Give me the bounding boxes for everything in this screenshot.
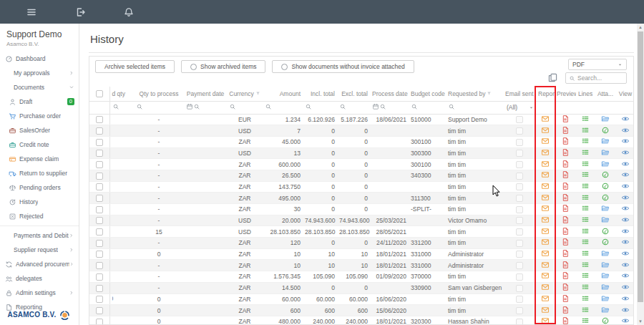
envelope-icon[interactable] xyxy=(541,271,550,280)
sidebar-item-history[interactable]: History xyxy=(0,195,79,209)
pdf-file-icon[interactable] xyxy=(561,227,570,236)
eye-icon[interactable] xyxy=(621,115,630,123)
email-sent-checkbox[interactable] xyxy=(516,285,523,292)
email-sent-checkbox[interactable] xyxy=(516,262,523,269)
envelope-icon[interactable] xyxy=(541,160,550,168)
eye-icon[interactable] xyxy=(621,148,630,157)
table-row[interactable]: 0ZAR60060060015/06/2020tim tim xyxy=(89,305,634,316)
column-header-email_sent[interactable]: Email sent xyxy=(503,87,536,101)
eye-icon[interactable] xyxy=(621,271,630,280)
pdf-file-icon[interactable] xyxy=(561,170,570,179)
table-row[interactable]: -ZAR14.50000330900Sam van Gisbergen xyxy=(89,282,634,294)
paperclip-icon[interactable] xyxy=(601,126,610,135)
envelope-icon[interactable] xyxy=(541,261,550,269)
filter-cell-requested_by[interactable] xyxy=(446,101,503,114)
sidebar-item-purchase-order[interactable]: Purchase order xyxy=(0,109,79,123)
show-without-invoice-button[interactable]: Show documents without invoice attached xyxy=(272,60,414,73)
row-checkbox[interactable] xyxy=(96,285,103,292)
folder-icon[interactable] xyxy=(601,283,610,291)
filter-cell-currency[interactable] xyxy=(227,101,263,114)
eye-icon[interactable] xyxy=(621,261,630,269)
lines-list-icon[interactable] xyxy=(581,227,590,236)
menu-icon[interactable] xyxy=(26,6,37,18)
scrollbar-thumb[interactable] xyxy=(638,31,643,302)
filter-cell-qty_to_process[interactable] xyxy=(134,101,184,114)
scroll-down-arrow[interactable]: ▼ xyxy=(637,318,644,325)
scroll-up-arrow[interactable]: ▲ xyxy=(637,24,644,31)
folder-icon[interactable] xyxy=(601,137,610,145)
folder-icon[interactable] xyxy=(601,148,610,157)
folder-icon[interactable] xyxy=(601,215,610,224)
sidebar-item-advanced-procurement[interactable]: Advanced procurement xyxy=(0,257,79,271)
column-header-lines[interactable]: Lines xyxy=(576,87,595,101)
email-sent-checkbox[interactable] xyxy=(516,150,523,157)
eye-icon[interactable] xyxy=(621,215,630,224)
envelope-icon[interactable] xyxy=(541,215,550,224)
lines-list-icon[interactable] xyxy=(581,306,590,314)
paperclip-icon[interactable] xyxy=(601,182,610,190)
folder-icon[interactable] xyxy=(601,271,610,280)
show-archived-radio[interactable] xyxy=(190,64,197,70)
lines-list-icon[interactable] xyxy=(581,115,590,123)
email-sent-checkbox[interactable] xyxy=(516,217,523,224)
pdf-file-icon[interactable] xyxy=(561,215,570,224)
sidebar-item-draft[interactable]: Draft0 xyxy=(0,94,79,109)
row-checkbox[interactable] xyxy=(96,319,103,325)
eye-icon[interactable] xyxy=(621,170,630,179)
table-row[interactable]: -ZAR45.00000300100tim tim xyxy=(89,136,634,147)
column-header-report[interactable]: Report xyxy=(536,87,555,101)
column-header-payment_date[interactable]: Payment date xyxy=(184,87,227,101)
envelope-icon[interactable] xyxy=(541,283,550,291)
email-sent-checkbox[interactable] xyxy=(516,139,523,146)
row-checkbox[interactable] xyxy=(96,206,103,213)
envelope-icon[interactable] xyxy=(541,193,550,202)
lines-list-icon[interactable] xyxy=(581,215,590,224)
filter-cell-budget_code[interactable] xyxy=(409,101,446,114)
pdf-file-icon[interactable] xyxy=(561,182,570,190)
lines-list-icon[interactable] xyxy=(581,249,590,258)
column-header-attachments[interactable]: Atta... xyxy=(595,87,616,101)
envelope-icon[interactable] xyxy=(541,249,550,258)
email-sent-filter[interactable]: (All) xyxy=(505,104,534,111)
column-header-select[interactable] xyxy=(89,87,109,101)
envelope-icon[interactable] xyxy=(541,137,550,145)
column-header-budget_code[interactable]: Budget code xyxy=(409,87,446,101)
eye-icon[interactable] xyxy=(621,204,630,213)
column-header-incl_total[interactable]: Incl. total xyxy=(303,87,337,101)
archive-selected-button[interactable]: Archive selected items xyxy=(95,60,175,73)
pdf-file-icon[interactable] xyxy=(561,261,570,269)
email-sent-checkbox[interactable] xyxy=(516,307,523,314)
email-sent-checkbox[interactable] xyxy=(516,183,523,190)
lines-list-icon[interactable] xyxy=(581,271,590,280)
table-row[interactable]: -ZAR26.50000340300tim tim xyxy=(89,170,634,181)
email-sent-checkbox[interactable] xyxy=(516,206,523,213)
column-header-requested_by[interactable]: Requested by xyxy=(446,87,503,101)
column-header-excl_total[interactable]: Excl. total xyxy=(337,87,370,101)
eye-icon[interactable] xyxy=(621,126,630,135)
column-header-amount[interactable]: Amount xyxy=(263,87,303,101)
table-row[interactable]: 0ZAR480.000240.000240.00018/01/202132030… xyxy=(89,316,634,325)
sidebar-item-supplier-request[interactable]: Supplier request xyxy=(0,243,79,257)
row-checkbox[interactable] xyxy=(96,195,103,202)
row-checkbox[interactable] xyxy=(96,127,103,135)
filter-cell-incl_total[interactable] xyxy=(303,101,337,114)
row-checkbox[interactable] xyxy=(96,183,103,190)
envelope-icon[interactable] xyxy=(541,227,550,236)
row-checkbox[interactable] xyxy=(96,228,103,236)
lines-list-icon[interactable] xyxy=(581,126,590,135)
eye-icon[interactable] xyxy=(621,160,630,168)
email-sent-checkbox[interactable] xyxy=(516,296,523,303)
sidebar-item-my-approvals[interactable]: My approvals xyxy=(0,66,79,80)
envelope-icon[interactable] xyxy=(541,316,550,325)
sidebar-item-delegates[interactable]: delegates xyxy=(0,271,79,286)
table-row[interactable]: 15USD28.103.85028.103.85028.103.85028/05… xyxy=(89,226,634,238)
pdf-file-icon[interactable] xyxy=(561,238,570,246)
paperclip-icon[interactable] xyxy=(601,170,610,179)
table-row[interactable]: -ZAR600.00000300100tim tim xyxy=(89,159,634,170)
email-sent-checkbox[interactable] xyxy=(516,251,523,258)
pdf-file-icon[interactable] xyxy=(561,271,570,280)
table-row[interactable]: -ZAR143.75000tim tim xyxy=(89,181,634,193)
row-checkbox[interactable] xyxy=(96,161,103,168)
sidebar-item-admin-settings[interactable]: Admin settings xyxy=(0,286,79,300)
row-checkbox[interactable] xyxy=(96,173,103,180)
